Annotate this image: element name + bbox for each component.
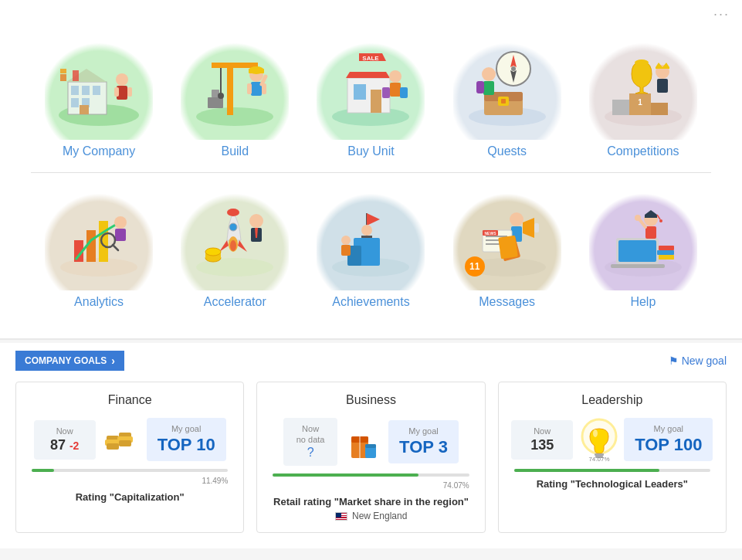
svg-rect-2 — [71, 86, 79, 95]
svg-rect-130 — [365, 444, 376, 448]
svg-rect-27 — [247, 83, 252, 94]
svg-rect-125 — [119, 440, 131, 446]
svg-rect-35 — [371, 90, 381, 113]
svg-rect-110 — [657, 250, 674, 255]
build-svg — [188, 47, 281, 132]
analytics-icon-img — [45, 190, 153, 290]
business-goal-label: My goal — [399, 426, 448, 436]
svg-rect-51 — [483, 81, 494, 95]
us-flag-icon — [335, 512, 347, 521]
business-now-label: Now — [294, 424, 327, 433]
nav-label-quests: Quests — [487, 144, 527, 158]
svg-rect-18 — [212, 63, 258, 68]
svg-point-71 — [227, 209, 239, 216]
svg-rect-11 — [114, 87, 119, 97]
svg-rect-111 — [659, 255, 674, 260]
goal-col-finance: Finance Now 87 -2 — [15, 382, 244, 533]
nav-label-accelerator: Accelerator — [204, 295, 266, 309]
accelerator-icon-img — [181, 190, 289, 290]
svg-marker-87 — [367, 213, 380, 226]
quests-icon-img — [453, 39, 561, 140]
finance-goal-value: TOP 10 — [158, 435, 215, 455]
svg-marker-114 — [645, 210, 657, 215]
finance-goal-box: My goal TOP 10 — [147, 418, 226, 461]
svg-rect-45 — [501, 99, 506, 104]
section-separator — [0, 338, 742, 340]
nav-item-analytics[interactable]: Analytics — [37, 184, 161, 315]
nav-item-buy-unit[interactable]: SALE Buy Unit — [309, 33, 432, 165]
svg-point-134 — [593, 429, 598, 437]
business-question: ? — [294, 446, 327, 460]
svg-rect-15 — [60, 69, 66, 73]
svg-point-66 — [114, 216, 127, 229]
nav-label-competitions: Competitions — [607, 144, 679, 158]
business-no-data: no data — [294, 435, 327, 444]
nav-item-build[interactable]: Build — [173, 33, 296, 165]
nav-item-quests[interactable]: Quests — [446, 33, 569, 165]
nav-item-help[interactable]: Help — [581, 184, 705, 315]
svg-point-47 — [511, 66, 516, 71]
svg-rect-14 — [60, 74, 66, 81]
leadership-stats: Now 135 74 — [508, 418, 717, 461]
svg-rect-91 — [341, 245, 351, 256]
nav-label-buy-unit: Buy Unit — [347, 144, 394, 158]
svg-rect-13 — [73, 70, 79, 81]
svg-point-50 — [482, 67, 496, 81]
svg-point-75 — [230, 240, 236, 251]
nav-item-accelerator[interactable]: Accelerator — [173, 184, 296, 315]
nav-item-achievements[interactable]: Achievements — [309, 184, 432, 315]
svg-marker-73 — [238, 240, 247, 252]
svg-rect-96 — [534, 223, 539, 232]
nav-item-competitions[interactable]: 1 Competitions — [581, 33, 705, 165]
business-progress-fill — [273, 473, 418, 477]
svg-text:1: 1 — [638, 98, 642, 107]
svg-rect-52 — [476, 81, 484, 93]
finance-now-number: 87 — [50, 437, 66, 453]
business-title: Business — [266, 393, 475, 407]
svg-rect-4 — [93, 86, 100, 95]
svg-rect-34 — [354, 84, 366, 100]
business-goal-box: My goal TOP 3 — [388, 420, 459, 463]
nav-label-build: Build — [221, 144, 249, 158]
nav-item-messages[interactable]: NEWS 11 Messages — [446, 184, 569, 315]
svg-marker-95 — [523, 218, 534, 238]
analytics-svg — [53, 198, 145, 283]
svg-rect-117 — [645, 226, 656, 239]
svg-point-116 — [659, 219, 662, 222]
finance-icon — [102, 420, 141, 459]
svg-point-16 — [196, 107, 273, 126]
svg-rect-113 — [645, 215, 657, 218]
business-progress-bar — [273, 473, 469, 477]
my-company-svg — [53, 47, 145, 132]
build-icon-img — [181, 39, 289, 140]
menu-dots-icon[interactable]: ··· — [713, 6, 730, 22]
finance-change: -2 — [69, 440, 79, 452]
quests-svg — [461, 47, 554, 132]
svg-rect-5 — [71, 98, 79, 107]
leadership-description: Rating "Technological Leaders" — [508, 478, 717, 490]
svg-rect-61 — [657, 79, 668, 93]
nav-label-help: Help — [630, 295, 656, 309]
leadership-goal-box: My goal TOP 100 — [624, 418, 713, 461]
top-bar: ··· — [0, 0, 742, 25]
finance-title: Finance — [25, 393, 234, 407]
new-goal-button[interactable]: ⚑ New goal — [669, 355, 727, 367]
leadership-goal-value: TOP 100 — [635, 435, 702, 455]
nav-item-my-company[interactable]: My Company — [37, 33, 161, 165]
nav-label-my-company: My Company — [63, 144, 135, 158]
svg-rect-39 — [382, 87, 390, 98]
svg-rect-122 — [107, 443, 119, 450]
svg-point-93 — [510, 212, 523, 226]
svg-point-80 — [249, 214, 263, 228]
business-progress-wrap: 74.07% — [266, 473, 475, 490]
svg-rect-25 — [249, 69, 264, 73]
company-goals-tag[interactable]: COMPANY GOALS › — [15, 351, 124, 371]
main-content: My Company — [0, 25, 742, 338]
messages-icon-img: NEWS 11 — [453, 190, 561, 290]
svg-point-9 — [116, 73, 128, 86]
goals-section: COMPANY GOALS › ⚑ New goal Finance Now 8… — [0, 343, 742, 548]
new-goal-label: New goal — [682, 355, 727, 367]
achievements-svg — [324, 198, 417, 283]
svg-line-69 — [113, 245, 118, 250]
competitions-icon-img: 1 — [589, 39, 697, 140]
